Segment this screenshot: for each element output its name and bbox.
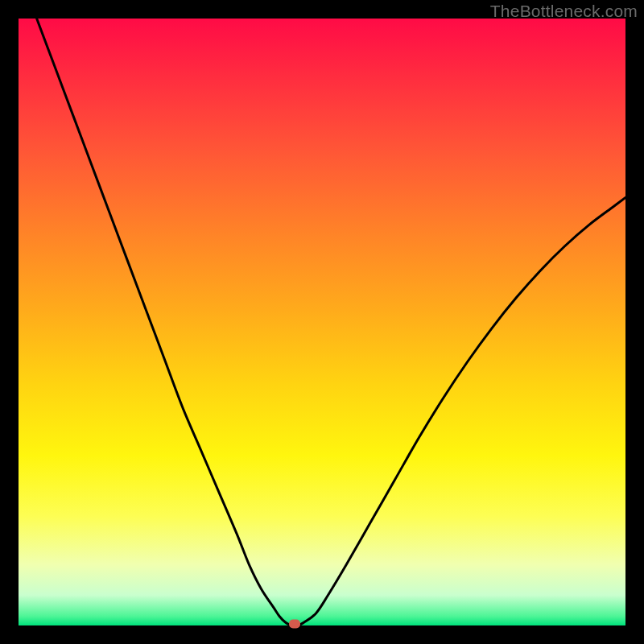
bottleneck-curve — [19, 19, 625, 625]
chart-frame: TheBottleneck.com — [0, 0, 644, 644]
minimum-marker — [289, 620, 300, 629]
plot-area — [19, 19, 625, 625]
